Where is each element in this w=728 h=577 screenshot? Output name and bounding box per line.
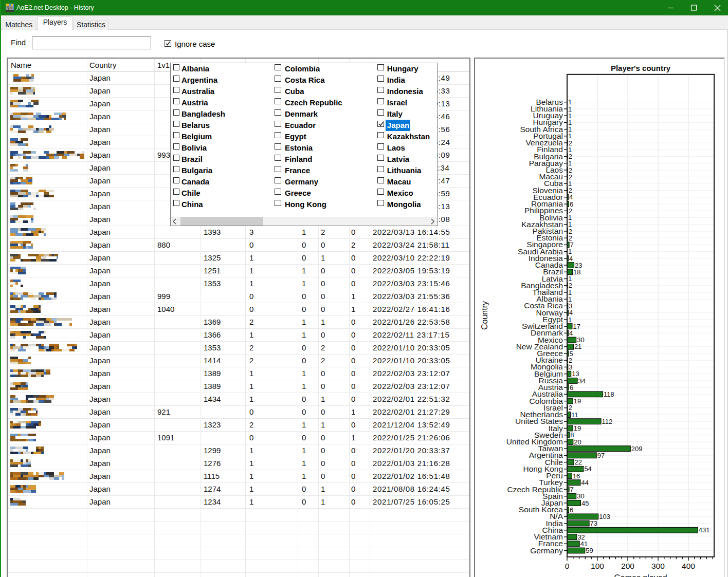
svg-text:6: 6 xyxy=(570,384,573,392)
svg-text:431: 431 xyxy=(699,526,710,534)
svg-text:44: 44 xyxy=(581,479,589,487)
svg-text:7: 7 xyxy=(570,486,574,493)
svg-text:118: 118 xyxy=(604,390,614,398)
svg-text:200: 200 xyxy=(621,562,634,570)
svg-text:112: 112 xyxy=(602,418,613,425)
svg-text:97: 97 xyxy=(597,452,605,459)
svg-text:400: 400 xyxy=(682,562,695,570)
svg-text:Germany: Germany xyxy=(530,546,563,555)
svg-text:103: 103 xyxy=(599,513,610,520)
svg-text:Player's country: Player's country xyxy=(611,64,671,72)
svg-text:100: 100 xyxy=(591,562,604,570)
svg-text:Games played: Games played xyxy=(614,573,667,577)
svg-text:4: 4 xyxy=(569,329,573,337)
svg-text:54: 54 xyxy=(584,465,591,473)
svg-text:16: 16 xyxy=(573,472,580,480)
svg-text:18: 18 xyxy=(573,268,580,276)
svg-text:4: 4 xyxy=(569,255,573,263)
svg-text:Country: Country xyxy=(480,301,489,330)
svg-text:6: 6 xyxy=(570,506,573,514)
svg-text:59: 59 xyxy=(586,547,593,554)
svg-text:20: 20 xyxy=(574,438,581,446)
svg-text:0: 0 xyxy=(565,562,570,570)
svg-text:17: 17 xyxy=(573,323,580,330)
svg-text:1: 1 xyxy=(568,316,572,324)
svg-text:22: 22 xyxy=(575,458,582,466)
svg-text:45: 45 xyxy=(581,499,589,507)
svg-text:300: 300 xyxy=(651,562,665,570)
svg-text:11: 11 xyxy=(571,411,578,419)
svg-text:209: 209 xyxy=(631,445,643,453)
svg-text:19: 19 xyxy=(574,424,581,432)
svg-text:34: 34 xyxy=(578,377,586,385)
svg-text:73: 73 xyxy=(590,519,597,527)
svg-text:19: 19 xyxy=(574,397,581,405)
svg-text:21: 21 xyxy=(574,343,581,350)
